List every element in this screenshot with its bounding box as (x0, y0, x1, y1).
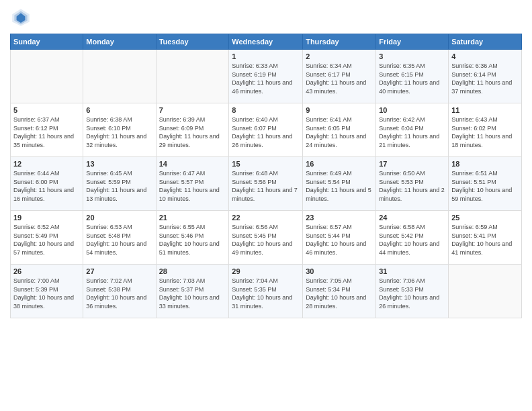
calendar-cell: 14Sunrise: 6:47 AM Sunset: 5:57 PM Dayli… (156, 157, 229, 211)
day-info: Sunrise: 6:48 AM Sunset: 5:56 PM Dayligh… (232, 169, 300, 203)
calendar-cell: 4Sunrise: 6:36 AM Sunset: 6:14 PM Daylig… (449, 50, 522, 103)
day-number: 18 (451, 160, 519, 168)
calendar-cell: 8Sunrise: 6:40 AM Sunset: 6:07 PM Daylig… (229, 103, 303, 157)
calendar-body: 1Sunrise: 6:33 AM Sunset: 6:19 PM Daylig… (11, 50, 522, 318)
day-info: Sunrise: 6:57 AM Sunset: 5:44 PM Dayligh… (306, 223, 373, 257)
day-info: Sunrise: 6:53 AM Sunset: 5:48 PM Dayligh… (86, 223, 152, 257)
day-number: 28 (159, 267, 226, 275)
weekday-header-tuesday: Tuesday (156, 34, 229, 50)
day-number: 17 (379, 160, 445, 168)
day-info: Sunrise: 6:43 AM Sunset: 6:02 PM Dayligh… (451, 116, 519, 149)
day-number: 1 (232, 52, 300, 60)
day-number: 3 (379, 52, 445, 60)
day-info: Sunrise: 6:50 AM Sunset: 5:53 PM Dayligh… (379, 169, 445, 203)
day-info: Sunrise: 6:51 AM Sunset: 5:51 PM Dayligh… (451, 169, 519, 203)
calendar-cell: 10Sunrise: 6:42 AM Sunset: 6:04 PM Dayli… (376, 103, 449, 157)
calendar-cell: 28Sunrise: 7:03 AM Sunset: 5:37 PM Dayli… (156, 265, 229, 318)
day-info: Sunrise: 6:59 AM Sunset: 5:41 PM Dayligh… (451, 223, 519, 257)
calendar-header: SundayMondayTuesdayWednesdayThursdayFrid… (11, 34, 522, 50)
logo-icon (10, 7, 32, 28)
calendar-cell: 3Sunrise: 6:35 AM Sunset: 6:15 PM Daylig… (376, 50, 449, 103)
day-info: Sunrise: 6:45 AM Sunset: 5:59 PM Dayligh… (86, 169, 152, 203)
day-number: 20 (86, 214, 152, 222)
day-number: 23 (306, 214, 373, 222)
calendar-cell: 27Sunrise: 7:02 AM Sunset: 5:38 PM Dayli… (83, 265, 156, 318)
day-info: Sunrise: 6:52 AM Sunset: 5:49 PM Dayligh… (13, 223, 80, 257)
calendar-cell: 30Sunrise: 7:05 AM Sunset: 5:34 PM Dayli… (303, 265, 376, 318)
day-number: 26 (13, 267, 80, 275)
weekday-header-row: SundayMondayTuesdayWednesdayThursdayFrid… (11, 34, 522, 50)
day-info: Sunrise: 7:00 AM Sunset: 5:39 PM Dayligh… (13, 277, 80, 310)
calendar-cell: 13Sunrise: 6:45 AM Sunset: 5:59 PM Dayli… (83, 157, 156, 211)
calendar-cell: 17Sunrise: 6:50 AM Sunset: 5:53 PM Dayli… (376, 157, 449, 211)
day-info: Sunrise: 6:36 AM Sunset: 6:14 PM Dayligh… (451, 62, 519, 95)
calendar-cell: 23Sunrise: 6:57 AM Sunset: 5:44 PM Dayli… (303, 211, 376, 265)
day-info: Sunrise: 7:04 AM Sunset: 5:35 PM Dayligh… (232, 277, 300, 310)
weekday-header-wednesday: Wednesday (229, 34, 303, 50)
weekday-header-saturday: Saturday (449, 34, 522, 50)
day-info: Sunrise: 6:37 AM Sunset: 6:12 PM Dayligh… (13, 116, 80, 149)
calendar-cell: 20Sunrise: 6:53 AM Sunset: 5:48 PM Dayli… (83, 211, 156, 265)
day-info: Sunrise: 7:05 AM Sunset: 5:34 PM Dayligh… (306, 277, 373, 310)
day-number: 2 (306, 52, 373, 60)
calendar-cell: 7Sunrise: 6:39 AM Sunset: 6:09 PM Daylig… (156, 103, 229, 157)
calendar-cell: 21Sunrise: 6:55 AM Sunset: 5:46 PM Dayli… (156, 211, 229, 265)
day-info: Sunrise: 6:39 AM Sunset: 6:09 PM Dayligh… (159, 116, 226, 149)
calendar-table: SundayMondayTuesdayWednesdayThursdayFrid… (10, 34, 522, 318)
day-info: Sunrise: 6:55 AM Sunset: 5:46 PM Dayligh… (159, 223, 226, 257)
weekday-header-thursday: Thursday (303, 34, 376, 50)
day-number: 15 (232, 160, 300, 168)
day-info: Sunrise: 7:06 AM Sunset: 5:33 PM Dayligh… (379, 277, 445, 310)
calendar-cell (83, 50, 156, 103)
calendar-week-4: 19Sunrise: 6:52 AM Sunset: 5:49 PM Dayli… (11, 211, 522, 265)
day-number: 27 (86, 267, 152, 275)
day-info: Sunrise: 6:49 AM Sunset: 5:54 PM Dayligh… (306, 169, 373, 203)
day-number: 19 (13, 214, 80, 222)
day-number: 30 (306, 267, 373, 275)
calendar-cell (156, 50, 229, 103)
calendar-cell: 29Sunrise: 7:04 AM Sunset: 5:35 PM Dayli… (229, 265, 303, 318)
calendar-cell: 22Sunrise: 6:56 AM Sunset: 5:45 PM Dayli… (229, 211, 303, 265)
day-info: Sunrise: 6:34 AM Sunset: 6:17 PM Dayligh… (306, 62, 373, 95)
day-number: 25 (451, 214, 519, 222)
calendar-cell: 11Sunrise: 6:43 AM Sunset: 6:02 PM Dayli… (449, 103, 522, 157)
day-info: Sunrise: 6:40 AM Sunset: 6:07 PM Dayligh… (232, 116, 300, 149)
calendar-week-5: 26Sunrise: 7:00 AM Sunset: 5:39 PM Dayli… (11, 265, 522, 318)
weekday-header-friday: Friday (376, 34, 449, 50)
day-number: 9 (306, 106, 373, 114)
calendar-cell: 15Sunrise: 6:48 AM Sunset: 5:56 PM Dayli… (229, 157, 303, 211)
day-number: 29 (232, 267, 300, 275)
day-number: 6 (86, 106, 152, 114)
day-number: 14 (159, 160, 226, 168)
calendar-cell: 5Sunrise: 6:37 AM Sunset: 6:12 PM Daylig… (11, 103, 83, 157)
day-info: Sunrise: 7:02 AM Sunset: 5:38 PM Dayligh… (86, 277, 152, 310)
calendar-cell: 12Sunrise: 6:44 AM Sunset: 6:00 PM Dayli… (11, 157, 83, 211)
calendar-cell: 18Sunrise: 6:51 AM Sunset: 5:51 PM Dayli… (449, 157, 522, 211)
day-number: 10 (379, 106, 445, 114)
day-number: 5 (13, 106, 80, 114)
day-info: Sunrise: 6:41 AM Sunset: 6:05 PM Dayligh… (306, 116, 373, 149)
day-number: 13 (86, 160, 152, 168)
day-info: Sunrise: 6:33 AM Sunset: 6:19 PM Dayligh… (232, 62, 300, 95)
day-info: Sunrise: 6:56 AM Sunset: 5:45 PM Dayligh… (232, 223, 300, 257)
page-header (10, 7, 522, 28)
calendar-cell: 1Sunrise: 6:33 AM Sunset: 6:19 PM Daylig… (229, 50, 303, 103)
day-number: 31 (379, 267, 445, 275)
calendar-cell (11, 50, 83, 103)
calendar-cell: 6Sunrise: 6:38 AM Sunset: 6:10 PM Daylig… (83, 103, 156, 157)
calendar-cell: 19Sunrise: 6:52 AM Sunset: 5:49 PM Dayli… (11, 211, 83, 265)
calendar-cell: 25Sunrise: 6:59 AM Sunset: 5:41 PM Dayli… (449, 211, 522, 265)
page-container: SundayMondayTuesdayWednesdayThursdayFrid… (0, 0, 532, 325)
day-number: 24 (379, 214, 445, 222)
day-number: 7 (159, 106, 226, 114)
day-info: Sunrise: 6:35 AM Sunset: 6:15 PM Dayligh… (379, 62, 445, 95)
day-number: 16 (306, 160, 373, 168)
day-number: 22 (232, 214, 300, 222)
calendar-cell: 31Sunrise: 7:06 AM Sunset: 5:33 PM Dayli… (376, 265, 449, 318)
calendar-cell (449, 265, 522, 318)
day-info: Sunrise: 6:38 AM Sunset: 6:10 PM Dayligh… (86, 116, 152, 149)
day-number: 11 (451, 106, 519, 114)
day-info: Sunrise: 6:47 AM Sunset: 5:57 PM Dayligh… (159, 169, 226, 203)
calendar-cell: 2Sunrise: 6:34 AM Sunset: 6:17 PM Daylig… (303, 50, 376, 103)
day-number: 8 (232, 106, 300, 114)
